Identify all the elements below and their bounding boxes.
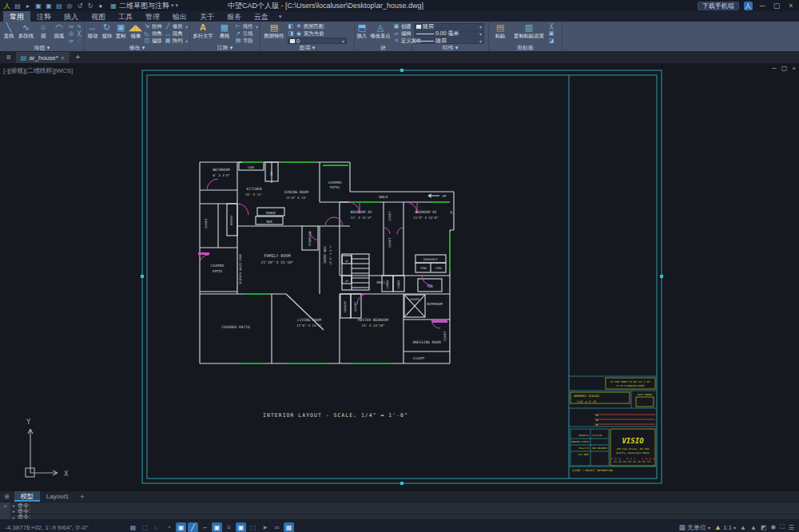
- layer-isolate-icon[interactable]: ◨: [288, 30, 294, 37]
- tab-services[interactable]: 服务: [221, 11, 248, 22]
- maximize-button[interactable]: ▢: [772, 2, 781, 10]
- mtext-button[interactable]: A 多行文字: [192, 22, 214, 40]
- undo-icon[interactable]: ↺: [76, 2, 84, 10]
- osnap-toggle-icon[interactable]: ▣: [176, 522, 186, 532]
- doc-minimize-icon[interactable]: ─: [772, 65, 777, 72]
- tab-home[interactable]: 常用: [3, 11, 30, 22]
- grid-toggle-icon[interactable]: ⬚: [140, 522, 150, 532]
- close-tab-icon[interactable]: ×: [61, 54, 65, 62]
- circle-button[interactable]: ○ 圆: [36, 22, 50, 40]
- tab-insert[interactable]: 插入: [58, 11, 85, 22]
- leader-icon[interactable]: ↗: [235, 30, 241, 37]
- edit-block-icon[interactable]: ▱: [393, 30, 400, 37]
- define-attr-icon[interactable]: ≡: [393, 38, 400, 44]
- move-button[interactable]: ↔ 移动: [86, 22, 99, 40]
- layer-on-icon[interactable]: ◉: [296, 30, 302, 37]
- ortho-toggle-icon[interactable]: ∟: [152, 522, 162, 532]
- dyn-toggle-icon[interactable]: ▣: [212, 522, 222, 532]
- add-layout-button[interactable]: +: [75, 493, 89, 501]
- doc-restore-icon[interactable]: ▢: [781, 65, 788, 72]
- rotate-button[interactable]: ↻ 旋转: [101, 22, 113, 40]
- tab-output[interactable]: 输出: [166, 11, 193, 22]
- copy-settings-button[interactable]: ▥ 复制粘贴设置: [511, 22, 547, 40]
- polyline-button[interactable]: ∿ 多段线: [18, 22, 34, 40]
- array-icon[interactable]: ▦: [165, 38, 171, 44]
- doc-tab-ar-house[interactable]: ▤ ar_house* ×: [16, 52, 70, 63]
- new-file-icon[interactable]: ▤: [14, 2, 22, 10]
- app-logo-icon[interactable]: 人: [3, 2, 11, 10]
- panel-clipboard-label[interactable]: 剪贴板: [491, 44, 560, 51]
- layer-freeze-icon[interactable]: ❄: [296, 23, 302, 30]
- quickview-toggle-icon[interactable]: ▦: [284, 522, 294, 532]
- tab-model[interactable]: 模型: [14, 491, 40, 502]
- command-close-icon[interactable]: ×: [3, 502, 7, 510]
- cursor-toggle-icon[interactable]: ➤: [260, 522, 270, 532]
- layer-lock-icon[interactable]: ◧: [288, 23, 294, 30]
- layout-menu-icon[interactable]: ≡: [0, 490, 14, 502]
- paste-special-icon[interactable]: ◪: [548, 38, 555, 44]
- user-avatar[interactable]: 人: [744, 2, 753, 10]
- table-button[interactable]: ▦ 表格: [216, 22, 233, 40]
- doc-close-icon[interactable]: ×: [792, 65, 796, 72]
- copy-clip-icon[interactable]: ▣: [548, 30, 555, 37]
- record-icon[interactable]: ●: [97, 2, 105, 10]
- annotation-visibility-icon[interactable]: ▲: [740, 524, 746, 531]
- save-as-icon[interactable]: ▣: [45, 2, 53, 10]
- auto-scale-icon[interactable]: ▲: [750, 524, 757, 531]
- redo-icon[interactable]: ↻: [86, 2, 94, 10]
- rectangle-icon[interactable]: ▭: [68, 23, 74, 30]
- spline-icon[interactable]: ∿: [76, 23, 82, 30]
- tab-annotate[interactable]: 注释: [30, 11, 58, 22]
- layer-dropdown[interactable]: 0 ▾: [288, 38, 347, 44]
- tab-manage[interactable]: 管理: [139, 11, 166, 22]
- clean-screen-icon[interactable]: ⛶: [780, 523, 785, 531]
- paste-button[interactable]: ▤ 粘贴: [491, 22, 510, 40]
- open-file-icon[interactable]: ▸: [24, 2, 32, 10]
- layer-properties-button[interactable]: ▤ 图层特性: [262, 22, 286, 40]
- arc-button[interactable]: ◠ 圆弧: [52, 22, 66, 40]
- linear-dim-icon[interactable]: ⊢: [235, 23, 241, 30]
- layer-current-button[interactable]: 置为当前: [304, 30, 324, 38]
- layer-match-button[interactable]: 图层匹配: [304, 23, 324, 30]
- otrack-toggle-icon[interactable]: ╱: [188, 522, 198, 532]
- panel-draw-label[interactable]: 绘图 ▾: [2, 44, 82, 51]
- print-icon[interactable]: ▤: [55, 2, 63, 10]
- cycle-toggle-icon[interactable]: ⬚: [248, 522, 258, 532]
- tab-cloud[interactable]: 云盘: [248, 11, 275, 22]
- transparency-toggle-icon[interactable]: ▣: [236, 522, 246, 532]
- viewport-grips[interactable]: [141, 69, 663, 485]
- minimize-button[interactable]: ─: [757, 2, 767, 10]
- fillet-icon[interactable]: ◡: [165, 30, 171, 37]
- stretch-icon[interactable]: ⇲: [144, 23, 150, 30]
- cut-icon[interactable]: ╳: [548, 23, 555, 30]
- workspace-toggle-icon[interactable]: ═: [272, 522, 282, 532]
- command-input-row[interactable]: ▸ 命令:: [10, 514, 799, 519]
- region-icon[interactable]: ◌: [76, 38, 82, 44]
- units-selector[interactable]: ▦ 无单位 ▾: [679, 523, 711, 532]
- annotation-scale-selector[interactable]: ▲ 1:1 ▾: [714, 523, 736, 531]
- trim-icon[interactable]: ╱: [165, 23, 171, 30]
- ribbon-collapse-icon[interactable]: ▾: [275, 11, 286, 22]
- viewport-controls[interactable]: [-][俯视][二维线框][WCS]: [3, 66, 73, 75]
- ducs-toggle-icon[interactable]: ⌐: [200, 522, 210, 532]
- linetype-dropdown[interactable]: 随层 ▾: [414, 38, 484, 44]
- line-button[interactable]: ╲ 直线: [2, 22, 16, 40]
- color-dropdown[interactable]: 随层 ▾: [414, 23, 484, 30]
- command-line-panel[interactable]: × ▸ 命令: ▸ 命令: ▸ 命令:: [0, 502, 799, 519]
- tab-layout1[interactable]: Layout1: [40, 491, 75, 502]
- panel-block-label[interactable]: 块: [356, 44, 410, 51]
- ellipse-icon[interactable]: ◎: [68, 30, 74, 37]
- panel-properties-label[interactable]: 特性 ▾: [414, 44, 487, 51]
- chamfer-icon[interactable]: ◺: [144, 30, 150, 37]
- panel-layers-label[interactable]: 图层 ▾: [262, 44, 352, 51]
- close-button[interactable]: ×: [786, 2, 796, 10]
- settings-gear-icon[interactable]: ✱: [771, 524, 777, 531]
- lineweight-toggle-icon[interactable]: ≡: [224, 522, 234, 532]
- edit-base-button[interactable]: ◬ 修改基点: [369, 22, 392, 40]
- field-icon[interactable]: ▤: [235, 38, 241, 44]
- panel-modify-label[interactable]: 修改 ▾: [86, 44, 188, 51]
- save-icon[interactable]: ▣: [34, 2, 42, 10]
- download-mobile-button[interactable]: 下载手机端: [698, 2, 739, 10]
- point-icon[interactable]: ╳: [76, 30, 82, 37]
- switch-space-icon[interactable]: ◩: [761, 524, 767, 531]
